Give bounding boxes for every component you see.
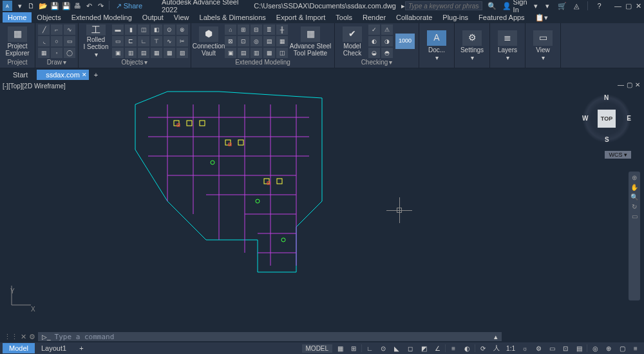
tab-collaborate[interactable]: Collaborate [391, 12, 437, 23]
tab-expand-icon[interactable]: 📋▾ [530, 12, 553, 23]
grp3-icon[interactable]: ▤ [138, 48, 149, 58]
tab-export[interactable]: Export & Import [271, 12, 330, 23]
anno-vis-icon[interactable]: ☼ [519, 344, 531, 353]
search-icon[interactable]: 🔍 [488, 1, 497, 11]
saveas-icon[interactable]: 💾 [61, 1, 71, 11]
cycling-icon[interactable]: ⟳ [477, 344, 489, 353]
add-layout-icon[interactable]: + [73, 343, 90, 353]
ladder-icon[interactable]: ▤ [263, 36, 275, 46]
layout-tab[interactable]: Layout1 [35, 343, 73, 353]
chk5-icon[interactable]: ◒ [368, 48, 380, 58]
misc-draw-icon[interactable]: ◦ [51, 48, 62, 58]
polar-icon[interactable]: ⊙ [377, 344, 389, 353]
grid-icon[interactable]: ▦ [38, 48, 50, 58]
cleanscreen-icon[interactable]: ▢ [616, 344, 628, 353]
tab-tools[interactable]: Tools [330, 12, 357, 23]
ext2-icon[interactable]: ⊞ [238, 25, 249, 35]
plate1-icon[interactable]: ◫ [138, 25, 149, 35]
monitor-icon[interactable]: ▭ [546, 344, 558, 353]
tab-extended-modeling[interactable]: Extended Modeling [66, 12, 137, 23]
grp6-icon[interactable]: ▨ [176, 48, 188, 58]
start-tab[interactable]: Start [4, 70, 37, 80]
lineweight-icon[interactable]: ≡ [448, 344, 459, 353]
chk2-icon[interactable]: ⚠ [381, 25, 393, 35]
file-tab[interactable]: ssdax.com ✕ [37, 70, 89, 80]
layers-button[interactable]: ≣ Layers ▾ [493, 29, 522, 63]
arc-icon[interactable]: ◟ [38, 36, 50, 46]
workspace-icon[interactable]: ⚙ [533, 344, 544, 353]
cage-icon[interactable]: ▦ [276, 36, 288, 46]
cmd-close-icon[interactable]: ✕ [21, 333, 26, 341]
grid-toggle-icon[interactable]: ▦ [334, 344, 346, 353]
nav-wheel-icon[interactable]: ⊕ [632, 174, 637, 181]
annotation-icon[interactable]: 人 [491, 344, 502, 353]
ext8-icon[interactable]: ▤ [238, 48, 249, 58]
qat-menu-icon[interactable]: ▾ [15, 1, 25, 11]
cmd-handle-icon[interactable]: ⋮⋮ [4, 333, 18, 341]
tab-view[interactable]: View [169, 12, 194, 23]
ext4-icon[interactable]: ⊠ [225, 36, 236, 46]
tab-objects[interactable]: Objects [32, 12, 66, 23]
line-icon[interactable]: ╱ [38, 25, 50, 35]
minimize-icon[interactable]: — [614, 2, 621, 10]
nav-showmotion-icon[interactable]: ▭ [632, 213, 638, 220]
angle-icon[interactable]: ∟ [138, 36, 149, 46]
isoplane-icon[interactable]: ◣ [391, 344, 402, 353]
polyline-icon[interactable]: ⌐ [51, 25, 62, 35]
num-button[interactable]: 1000 [394, 25, 416, 58]
customize-icon[interactable]: ≡ [630, 344, 641, 353]
3dosnap-icon[interactable]: ◩ [418, 344, 430, 353]
viewcube-n[interactable]: N [604, 94, 609, 101]
autodesk-icon[interactable]: ◬ [572, 1, 582, 11]
plot-icon[interactable]: 🖶 [73, 1, 83, 11]
plate2-icon[interactable]: ◧ [151, 25, 162, 35]
open-icon[interactable]: 📂 [38, 1, 48, 11]
panel-title-objects[interactable]: Objects ▾ [81, 58, 188, 66]
grp4-icon[interactable]: ▦ [151, 48, 162, 58]
isolate-icon[interactable]: ◎ [589, 344, 601, 353]
rolled-section-button[interactable]: 工 Rolled I Section ▾ [81, 25, 111, 58]
model-tab[interactable]: Model [3, 343, 35, 353]
undo-icon[interactable]: ↶ [84, 1, 95, 11]
settings-button[interactable]: ⚙ Settings ▾ [457, 29, 487, 63]
tab-output[interactable]: Output [137, 12, 169, 23]
bolt1-icon[interactable]: ⊙ [164, 25, 175, 35]
chk4-icon[interactable]: ◑ [381, 36, 393, 46]
model-space-button[interactable]: MODEL [302, 344, 333, 353]
viewcube-face[interactable]: TOP [598, 110, 616, 128]
ortho-icon[interactable]: ∟ [364, 344, 375, 353]
tab-labels[interactable]: Labels & Dimensions [194, 12, 271, 23]
vp-close-icon[interactable]: ✕ [635, 81, 640, 88]
viewcube-s[interactable]: S [605, 136, 609, 143]
weld-icon[interactable]: ∿ [164, 36, 175, 46]
spline-icon[interactable]: ∿ [64, 25, 75, 35]
navigation-bar[interactable]: ⊕ ✋ 🔍 ↻ ▭ [629, 172, 640, 300]
bolt2-icon[interactable]: ⊗ [176, 25, 188, 35]
save-icon[interactable]: 💾 [50, 1, 60, 11]
units-icon[interactable]: ⊡ [560, 344, 571, 353]
ellipse-icon[interactable]: ◯ [64, 48, 75, 58]
cart-icon[interactable]: 🛒 [557, 1, 567, 11]
tab-render[interactable]: Render [357, 12, 391, 23]
ext6-icon[interactable]: ◎ [251, 36, 262, 46]
viewcube-w[interactable]: W [582, 115, 588, 122]
nav-pan-icon[interactable]: ✋ [630, 184, 638, 191]
close-icon[interactable]: ✕ [636, 2, 641, 10]
nav-zoom-icon[interactable]: 🔍 [630, 193, 638, 201]
stair-icon[interactable]: ≣ [263, 25, 275, 35]
close-tab-icon[interactable]: ✕ [82, 72, 87, 78]
ext9-icon[interactable]: ▥ [251, 48, 262, 58]
snap-toggle-icon[interactable]: ⊞ [348, 344, 359, 353]
view-button[interactable]: ▭ View ▾ [528, 29, 558, 63]
share-button[interactable]: ↗ Share [116, 1, 142, 11]
app-store-icon[interactable]: ▾ [543, 1, 553, 11]
help-icon[interactable]: ? [594, 1, 604, 11]
grp2-icon[interactable]: ▥ [125, 48, 137, 58]
chk3-icon[interactable]: ◐ [368, 36, 380, 46]
column-icon[interactable]: ▮ [125, 25, 137, 35]
wcs-badge[interactable]: WCS ▾ [605, 151, 631, 159]
cmd-history-icon[interactable]: ▴ [494, 333, 498, 341]
anno-scale[interactable]: 1:1 [504, 345, 517, 352]
new-tab-icon[interactable]: + [89, 71, 103, 79]
vp-minimize-icon[interactable]: — [618, 81, 624, 88]
